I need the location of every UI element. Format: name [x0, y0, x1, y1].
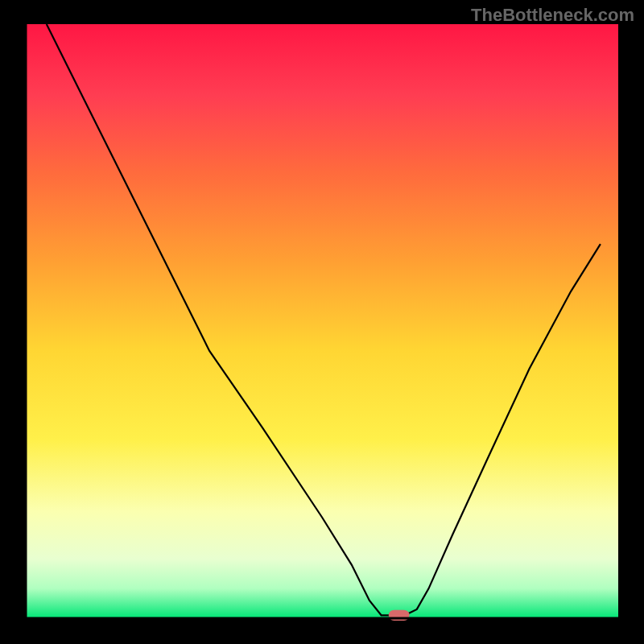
watermark-text: TheBottleneck.com: [471, 5, 634, 26]
chart-container: TheBottleneck.com: [0, 0, 644, 644]
bottleneck-chart: [0, 0, 644, 644]
plot-background: [26, 24, 618, 618]
